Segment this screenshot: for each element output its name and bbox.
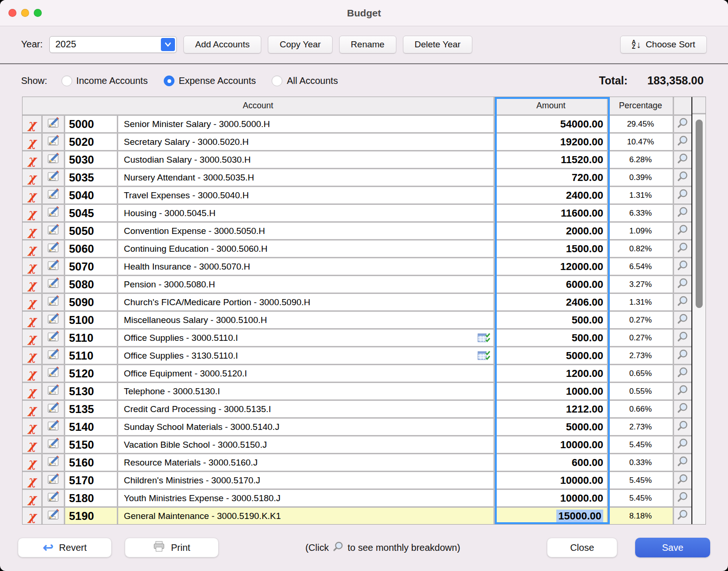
monthly-breakdown-button[interactable] (674, 151, 691, 168)
delete-account-button[interactable]: χ (23, 330, 41, 346)
save-button[interactable]: Save (635, 538, 710, 557)
amount-cell[interactable]: 5000.00 (495, 419, 607, 435)
close-window-button[interactable] (8, 9, 16, 17)
delete-account-button[interactable]: χ (23, 312, 41, 328)
radio-all-accounts[interactable]: All Accounts (272, 75, 338, 86)
vertical-scrollbar[interactable] (691, 97, 705, 524)
monthly-breakdown-button[interactable] (674, 223, 691, 239)
amount-cell[interactable]: 2000.00 (495, 223, 607, 239)
delete-account-button[interactable]: χ (23, 169, 41, 186)
monthly-breakdown-button[interactable] (674, 419, 691, 435)
amount-cell[interactable]: 10000.00 (495, 436, 607, 453)
edit-account-button[interactable] (43, 490, 64, 506)
delete-account-button[interactable]: χ (23, 419, 41, 435)
edit-account-button[interactable] (43, 312, 64, 328)
delete-account-button[interactable]: χ (23, 151, 41, 168)
edit-account-button[interactable] (43, 276, 64, 293)
monthly-breakdown-button[interactable] (674, 240, 691, 257)
amount-cell[interactable]: 2400.00 (495, 187, 607, 203)
amount-cell[interactable]: 500.00 (495, 312, 607, 328)
delete-account-button[interactable]: χ (23, 223, 41, 239)
delete-account-button[interactable]: χ (23, 276, 41, 293)
amount-cell[interactable]: 10000.00 (495, 472, 607, 488)
edit-account-button[interactable] (43, 436, 64, 453)
amount-cell[interactable]: 12000.00 (495, 258, 607, 275)
amount-cell[interactable]: 15000.00 (495, 508, 607, 524)
delete-account-button[interactable]: χ (23, 490, 41, 506)
amount-cell[interactable]: 2406.00 (495, 294, 607, 310)
edit-account-button[interactable] (43, 383, 64, 399)
monthly-breakdown-button[interactable] (674, 330, 691, 346)
delete-account-button[interactable]: χ (23, 240, 41, 257)
monthly-breakdown-button[interactable] (674, 383, 691, 399)
monthly-breakdown-button[interactable] (674, 258, 691, 275)
monthly-breakdown-button[interactable] (674, 187, 691, 203)
edit-account-button[interactable] (43, 134, 64, 150)
amount-cell[interactable]: 1000.00 (495, 383, 607, 399)
radio-expense-accounts[interactable]: Expense Accounts (164, 75, 256, 86)
monthly-breakdown-button[interactable] (674, 169, 691, 186)
monthly-breakdown-button[interactable] (674, 436, 691, 453)
monthly-breakdown-button[interactable] (674, 116, 691, 132)
copy-year-button[interactable]: Copy Year (268, 36, 333, 53)
monthly-breakdown-button[interactable] (674, 490, 691, 506)
monthly-breakdown-button[interactable] (674, 508, 691, 524)
delete-account-button[interactable]: χ (23, 454, 41, 471)
amount-cell[interactable]: 600.00 (495, 454, 607, 471)
edit-account-button[interactable] (43, 187, 64, 203)
edit-account-button[interactable] (43, 419, 64, 435)
year-dropdown[interactable]: 2025 (49, 36, 177, 53)
delete-account-button[interactable]: χ (23, 187, 41, 203)
delete-account-button[interactable]: χ (23, 205, 41, 221)
delete-account-button[interactable]: χ (23, 401, 41, 417)
monthly-breakdown-button[interactable] (674, 472, 691, 488)
delete-account-button[interactable]: χ (23, 134, 41, 150)
amount-cell[interactable]: 720.00 (495, 169, 607, 186)
account-column-header[interactable]: Account (23, 97, 493, 114)
monthly-breakdown-button[interactable] (674, 365, 691, 382)
delete-account-button[interactable]: χ (23, 116, 41, 132)
monthly-breakdown-button[interactable] (674, 134, 691, 150)
amount-cell[interactable]: 5000.00 (495, 347, 607, 364)
edit-account-button[interactable] (43, 258, 64, 275)
choose-sort-button[interactable]: AZ↓ Choose Sort (620, 36, 707, 53)
zoom-window-button[interactable] (34, 9, 42, 17)
print-button[interactable]: Print (125, 538, 219, 557)
amount-column-header[interactable]: Amount (495, 97, 607, 114)
delete-account-button[interactable]: χ (23, 472, 41, 488)
edit-account-button[interactable] (43, 347, 64, 364)
edit-account-button[interactable] (43, 169, 64, 186)
edit-account-button[interactable] (43, 151, 64, 168)
monthly-breakdown-button[interactable] (674, 205, 691, 221)
amount-cell[interactable]: 11600.00 (495, 205, 607, 221)
monthly-breakdown-button[interactable] (674, 401, 691, 417)
amount-cell[interactable]: 11520.00 (495, 151, 607, 168)
amount-cell[interactable]: 500.00 (495, 330, 607, 346)
monthly-breakdown-button[interactable] (674, 312, 691, 328)
close-button[interactable]: Close (547, 538, 617, 557)
delete-account-button[interactable]: χ (23, 508, 41, 524)
edit-account-button[interactable] (43, 401, 64, 417)
edit-account-button[interactable] (43, 240, 64, 257)
edit-account-button[interactable] (43, 330, 64, 346)
delete-account-button[interactable]: χ (23, 347, 41, 364)
monthly-breakdown-button[interactable] (674, 454, 691, 471)
edit-account-button[interactable] (43, 454, 64, 471)
minimize-window-button[interactable] (21, 9, 29, 17)
rename-button[interactable]: Rename (339, 36, 396, 53)
delete-account-button[interactable]: χ (23, 383, 41, 399)
amount-cell[interactable]: 6000.00 (495, 276, 607, 293)
delete-year-button[interactable]: Delete Year (403, 36, 472, 53)
delete-account-button[interactable]: χ (23, 258, 41, 275)
revert-button[interactable]: ↩ Revert (18, 538, 112, 557)
monthly-breakdown-button[interactable] (674, 276, 691, 293)
amount-cell[interactable]: 19200.00 (495, 134, 607, 150)
monthly-breakdown-button[interactable] (674, 347, 691, 364)
radio-income-accounts[interactable]: Income Accounts (61, 75, 148, 86)
scrollbar-thumb[interactable] (696, 120, 703, 308)
delete-account-button[interactable]: χ (23, 436, 41, 453)
amount-cell[interactable]: 1500.00 (495, 240, 607, 257)
percentage-column-header[interactable]: Percentage (608, 97, 673, 114)
edit-account-button[interactable] (43, 205, 64, 221)
edit-account-button[interactable] (43, 116, 64, 132)
